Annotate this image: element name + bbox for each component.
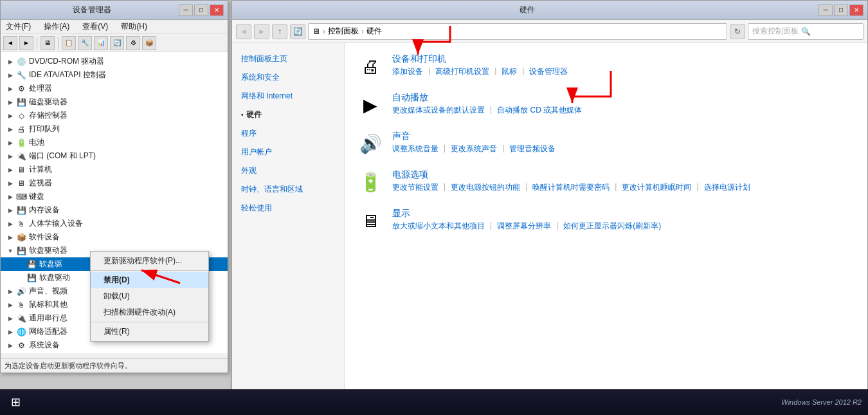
context-uninstall[interactable]: 卸载(U) <box>91 288 208 304</box>
section-links-power: 更改节能设置 | 更改电源按钮的功能 | 唤醒计算机时需要密码 | 更改计算机睡… <box>392 182 854 193</box>
sidebar-link[interactable]: 程序 <box>232 124 344 143</box>
context-sep2 <box>91 322 208 322</box>
section-link[interactable]: 高级打印机设置 <box>435 66 489 77</box>
tree-item[interactable]: ▶🔋电池 <box>1 136 228 149</box>
menu-action[interactable]: 操作(A) <box>41 20 72 33</box>
sidebar-link[interactable]: 控制面板主页 <box>232 50 344 68</box>
section-link[interactable]: 设备管理器 <box>529 66 568 77</box>
section-links-sound: 调整系统音量 | 更改系统声音 | 管理音频设备 <box>392 143 854 154</box>
cp-sidebar: 控制面板主页系统和安全网络和 Internet• 硬件程序用户帐户外观时钟、语言… <box>232 43 345 398</box>
tree-item[interactable]: ▶🖥计算机 <box>1 163 228 176</box>
cp-forward-button[interactable]: ► <box>254 24 269 39</box>
tree-item[interactable]: ▶💾内存设备 <box>1 203 228 217</box>
section-link[interactable]: 调整屏幕分辨率 <box>497 221 551 232</box>
context-scan[interactable]: 扫描检测硬件改动(A) <box>91 304 208 320</box>
computer-icon[interactable]: 🖥 <box>41 36 55 50</box>
tree-item-label: 网络适配器 <box>29 326 68 337</box>
control-panel-window: 硬件 ─ □ ✕ ◄ ► ↑ 🔄 🖥 › 控制面板 › 硬件 ↻ 搜索控制面板 … <box>231 0 868 399</box>
menu-help[interactable]: 帮助(H) <box>118 20 150 33</box>
close-button[interactable]: ✕ <box>210 5 224 16</box>
section-link[interactable]: 更改节能设置 <box>392 182 439 193</box>
tree-item-icon: 💾 <box>26 273 37 283</box>
section-link[interactable]: 添加设备 <box>392 66 423 77</box>
link-separator: | <box>494 66 496 77</box>
cp-section-devices: 🖨设备和打印机添加设备 | 高级打印机设置 | 鼠标 | 设备管理器 <box>357 53 854 79</box>
tree-item[interactable]: ▶🔧IDE ATA/ATAPI 控制器 <box>1 68 228 82</box>
section-link[interactable]: 鼠标 <box>502 66 517 77</box>
address-sep2: › <box>361 27 364 36</box>
cp-maximize-button[interactable]: □ <box>834 5 848 16</box>
section-link[interactable]: 唤醒计算机时需要密码 <box>532 182 610 193</box>
sidebar-link[interactable]: • 硬件 <box>232 106 344 124</box>
tree-item-icon: ⚙ <box>16 84 26 94</box>
address-bar[interactable]: 🖥 › 控制面板 › 硬件 <box>308 23 727 40</box>
start-button[interactable]: ⊞ <box>4 391 27 414</box>
section-title-display[interactable]: 显示 <box>392 208 854 219</box>
tree-item-icon: 🔊 <box>16 286 26 297</box>
tree-item-label: 人体学输入设备 <box>29 218 83 229</box>
menu-view[interactable]: 查看(V) <box>80 20 111 33</box>
forward-button[interactable]: ► <box>19 36 33 50</box>
section-link[interactable]: 更改系统声音 <box>451 143 497 154</box>
cp-back-button[interactable]: ◄ <box>236 24 251 39</box>
section-link[interactable]: 如何更正显示器闪烁(刷新率) <box>563 221 661 232</box>
section-link[interactable]: 管理音频设备 <box>509 143 556 154</box>
search-box[interactable]: 搜索控制面板 🔍 <box>748 23 863 40</box>
tree-item-icon: 🖥 <box>16 165 26 175</box>
section-link[interactable]: 更改媒体或设备的默认设置 <box>392 105 485 116</box>
address-go-button[interactable]: ↻ <box>730 24 745 39</box>
sidebar-link[interactable]: 轻松使用 <box>232 199 344 217</box>
address-sep1: › <box>323 27 325 36</box>
sidebar-link[interactable]: 时钟、语言和区域 <box>232 180 344 199</box>
sidebar-link[interactable]: 用户帐户 <box>232 143 344 161</box>
tree-item-label: 系统设备 <box>29 340 60 351</box>
tree-expand-icon: ▼ <box>6 246 15 255</box>
toolbar-btn2[interactable]: 🔧 <box>78 36 92 50</box>
sidebar-link[interactable]: 网络和 Internet <box>232 87 344 106</box>
minimize-button[interactable]: ─ <box>179 5 193 16</box>
section-title-power[interactable]: 电源选项 <box>392 169 854 181</box>
cp-close-button[interactable]: ✕ <box>849 5 863 16</box>
tree-item-icon: 🔌 <box>16 151 26 161</box>
section-title-sound[interactable]: 声音 <box>392 131 854 142</box>
tree-item[interactable]: ▶◇存储控制器 <box>1 109 228 122</box>
section-link[interactable]: 放大或缩小文本和其他项目 <box>392 221 485 232</box>
tree-expand-icon: ▶ <box>6 98 15 107</box>
toolbar-btn4[interactable]: 🔄 <box>110 36 124 50</box>
context-disable[interactable]: 禁用(D) <box>91 272 208 288</box>
tree-item[interactable]: ▶🖨打印队列 <box>1 122 228 136</box>
section-link[interactable]: 更改计算机睡眠时间 <box>622 182 691 193</box>
tree-item[interactable]: ▶💿DVD/CD-ROM 驱动器 <box>1 55 228 68</box>
maximize-button[interactable]: □ <box>194 5 208 16</box>
tree-item[interactable]: ▶🖱人体学输入设备 <box>1 217 228 230</box>
sidebar-link[interactable]: 外观 <box>232 161 344 180</box>
context-update-driver[interactable]: 更新驱动程序软件(P)... <box>91 253 208 269</box>
sidebar-link[interactable]: 系统和安全 <box>232 68 344 87</box>
cp-refresh-button[interactable]: 🔄 <box>290 24 305 39</box>
tree-item[interactable]: ▶📦软件设备 <box>1 230 228 244</box>
toolbar-btn1[interactable]: 📋 <box>62 36 76 50</box>
section-link[interactable]: 选择电源计划 <box>704 182 750 193</box>
device-manager-title: 设备管理器 <box>5 5 179 15</box>
tree-item[interactable]: ▶⌨键盘 <box>1 190 228 203</box>
section-title-devices[interactable]: 设备和打印机 <box>392 53 854 65</box>
section-link[interactable]: 更改电源按钮的功能 <box>451 182 520 193</box>
tree-item[interactable]: ▶⚙处理器 <box>1 82 228 95</box>
tree-item[interactable]: ▶💾磁盘驱动器 <box>1 95 228 109</box>
tree-item-label: 内存设备 <box>29 205 60 216</box>
context-properties[interactable]: 属性(R) <box>91 324 208 340</box>
cp-up-button[interactable]: ↑ <box>272 24 287 39</box>
back-button[interactable]: ◄ <box>3 36 17 50</box>
address-part2: 硬件 <box>366 26 382 37</box>
cp-minimize-button[interactable]: ─ <box>818 5 833 16</box>
toolbar-btn5[interactable]: ⚙ <box>126 36 140 50</box>
tree-item[interactable]: ▶🖥显示适配器 <box>1 352 228 353</box>
menu-file[interactable]: 文件(F) <box>3 20 33 33</box>
toolbar-btn3[interactable]: 📊 <box>94 36 108 50</box>
section-link[interactable]: 调整系统音量 <box>392 143 439 154</box>
tree-item[interactable]: ▶🔌端口 (COM 和 LPT) <box>1 149 228 163</box>
tree-item[interactable]: ▶🖥监视器 <box>1 176 228 190</box>
toolbar-btn6[interactable]: 📦 <box>142 36 156 50</box>
section-link[interactable]: 自动播放 CD 或其他媒体 <box>497 105 582 116</box>
section-title-autoplay[interactable]: 自动播放 <box>392 92 854 104</box>
